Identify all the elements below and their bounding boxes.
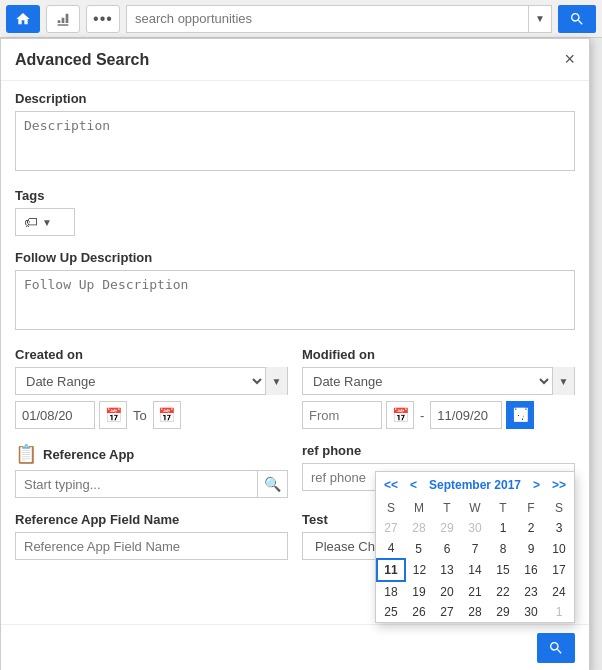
followup-label: Follow Up Description [15,250,575,265]
cal-day-cell[interactable]: 29 [489,602,517,622]
created-to-calendar-button[interactable]: 📅 [153,401,181,429]
cal-day-cell[interactable]: 16 [517,559,545,581]
ref-app-field-input[interactable] [15,532,288,560]
modified-date-range-select[interactable]: Date Range [303,373,552,390]
cal-day-wed: W [461,498,489,518]
modal-footer [1,624,589,670]
dates-row: Created on Date Range ▼ 📅 To [15,347,575,443]
cal-day-cell[interactable]: 12 [405,559,433,581]
cal-day-cell[interactable]: 14 [461,559,489,581]
cal-day-cell[interactable]: 21 [461,581,489,602]
cal-day-cell[interactable]: 1 [489,518,517,538]
cal-day-tue: T [433,498,461,518]
created-from-calendar-button[interactable]: 📅 [99,401,127,429]
cal-day-cell[interactable]: 17 [545,559,573,581]
created-on-label: Created on [15,347,288,362]
calendar-next-next-button[interactable]: >> [552,478,566,492]
modal-body: Description Tags 🏷 ▼ Follow Up Descripti… [1,81,589,670]
cal-day-cell[interactable]: 7 [461,538,489,559]
cal-day-cell[interactable]: 8 [489,538,517,559]
home-button[interactable] [6,5,40,33]
calendar-prev-prev-button[interactable]: << [384,478,398,492]
cal-day-cell[interactable]: 27 [377,518,405,538]
chart-icon [55,11,71,27]
cal-day-cell[interactable]: 23 [517,581,545,602]
modal-title: Advanced Search [15,51,149,69]
cal-day-cell[interactable]: 5 [405,538,433,559]
description-label: Description [15,91,575,106]
cal-day-sun: S [377,498,405,518]
cal-today-cell[interactable]: 11 [377,559,405,581]
cal-day-cell[interactable]: 1 [545,602,573,622]
modified-from-input[interactable] [302,401,382,429]
modified-on-col: Modified on Date Range ▼ 📅 - [302,347,575,443]
cal-day-cell[interactable]: 30 [517,602,545,622]
footer-search-button[interactable] [537,633,575,663]
modified-date-range-dropdown[interactable]: Date Range ▼ [302,367,575,395]
calendar-grid: S M T W T F S 27 28 29 30 1 [376,498,574,622]
more-button[interactable]: ••• [86,5,120,33]
cal-day-cell[interactable]: 28 [405,518,433,538]
cal-day-fri: F [517,498,545,518]
modal-close-button[interactable]: × [564,49,575,70]
chart-button[interactable] [46,5,80,33]
cal-day-cell[interactable]: 3 [545,518,573,538]
cal-day-cell[interactable]: 10 [545,538,573,559]
tags-button[interactable]: 🏷 ▼ [15,208,75,236]
cal-day-cell[interactable]: 18 [377,581,405,602]
footer-search-icon [548,640,564,656]
followup-textarea[interactable] [15,270,575,330]
followup-group: Follow Up Description [15,250,575,333]
cal-day-cell[interactable]: 20 [433,581,461,602]
modified-on-group: Modified on Date Range ▼ 📅 - [302,347,575,429]
search-dropdown-arrow[interactable]: ▼ [528,5,552,33]
calendar-next-button[interactable]: > [533,478,540,492]
calendar-header: << < September 2017 > >> [376,472,574,498]
cal-day-cell[interactable]: 22 [489,581,517,602]
cal-day-cell[interactable]: 2 [517,518,545,538]
cal-day-cell[interactable]: 24 [545,581,573,602]
created-date-range-dropdown[interactable]: Date Range ▼ [15,367,288,395]
description-textarea[interactable] [15,111,575,171]
search-button[interactable] [558,5,596,33]
created-from-input[interactable] [15,401,95,429]
ref-app-search-button[interactable]: 🔍 [257,470,287,498]
search-icon [569,11,585,27]
calendar-icon-4: 📅 [512,407,529,423]
modified-to-input[interactable] [430,401,502,429]
calendar-prev-button[interactable]: < [410,478,417,492]
search-wrapper: ▼ [126,5,552,33]
created-dropdown-arrow: ▼ [265,367,287,395]
cal-day-mon: M [405,498,433,518]
search-icon-small: 🔍 [264,476,281,492]
cal-day-cell[interactable]: 6 [433,538,461,559]
calendar-popup: << < September 2017 > >> S M T W T F S [375,471,575,623]
modified-dash-label: - [418,408,426,423]
cal-day-cell[interactable]: 13 [433,559,461,581]
ref-app-col: 📋 Reference App 🔍 [15,443,288,512]
created-date-range-row: 📅 To 📅 [15,401,288,429]
cal-day-cell[interactable]: 9 [517,538,545,559]
created-date-range-select[interactable]: Date Range [16,373,265,390]
cal-day-cell[interactable]: 19 [405,581,433,602]
tags-dropdown-arrow: ▼ [42,217,52,228]
ref-app-group: 📋 Reference App 🔍 [15,443,288,498]
search-input[interactable] [126,5,528,33]
cal-day-cell[interactable]: 29 [433,518,461,538]
advanced-search-modal: Advanced Search × Description Tags 🏷 ▼ F… [0,38,590,670]
ref-app-search-input[interactable] [16,477,257,492]
calendar-icon-2: 📅 [158,407,175,423]
cal-day-cell[interactable]: 28 [461,602,489,622]
modified-from-calendar-button[interactable]: 📅 [386,401,414,429]
cal-day-cell[interactable]: 4 [377,538,405,559]
created-on-col: Created on Date Range ▼ 📅 To [15,347,288,443]
created-to-label: To [131,408,149,423]
cal-day-cell[interactable]: 26 [405,602,433,622]
tags-group: Tags 🏷 ▼ [15,188,575,236]
cal-day-cell[interactable]: 27 [433,602,461,622]
calendar-month-label: September 2017 [429,478,521,492]
cal-day-cell[interactable]: 15 [489,559,517,581]
cal-day-cell[interactable]: 30 [461,518,489,538]
modified-to-calendar-button[interactable]: 📅 [506,401,534,429]
cal-day-cell[interactable]: 25 [377,602,405,622]
